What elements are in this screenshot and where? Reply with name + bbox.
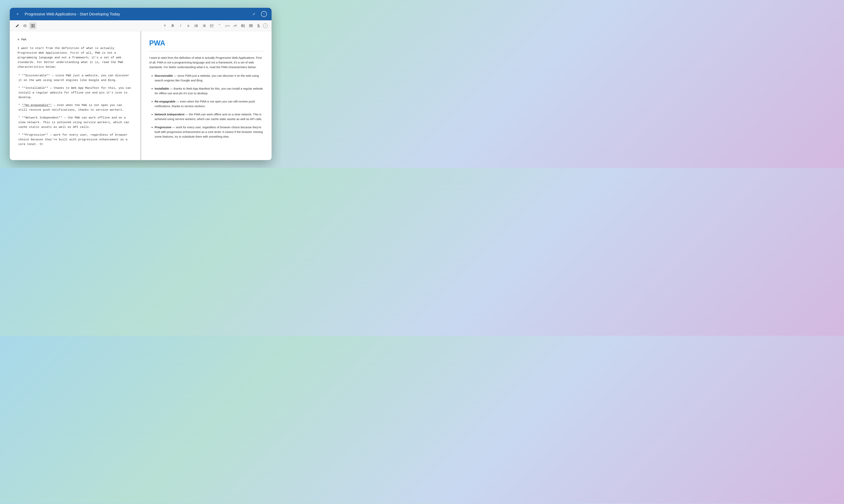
source-paragraph1: I want to start from the definition of w… [18,46,132,70]
code-button[interactable]: </> [224,22,231,29]
source-bullet4: * **Network Independent** — the PWA can … [18,115,132,130]
svg-rect-22 [249,24,253,27]
svg-rect-18 [211,25,213,26]
strikethrough-button[interactable]: S [185,22,192,29]
close-button[interactable]: × [15,11,21,17]
bold-button[interactable]: B [169,22,176,29]
svg-rect-19 [210,27,213,27]
svg-rect-5 [195,24,198,25]
svg-rect-11 [203,24,206,25]
svg-text:3.: 3. [202,26,203,27]
edit-mode-button[interactable] [14,22,21,29]
svg-rect-15 [203,26,206,27]
preview-paragraph1: I want to start from the definition of w… [149,55,264,70]
source-bullet5: * **Progressive** — work for every user,… [18,133,132,147]
numbered-list-button[interactable]: 1.2.3. [201,22,207,29]
preview-list: Discoverable — since PWA just a website,… [149,73,264,139]
svg-rect-2 [31,24,33,27]
toolbar: T B I S 1.2.3. " </> [10,20,272,31]
split-mode-button[interactable] [29,22,36,29]
source-heading: # PWA [18,37,132,42]
svg-point-4 [194,24,195,25]
list-item: Discoverable — since PWA just a website,… [155,73,264,83]
source-bullet1: * **Discoverable** — since PWA just a we… [18,73,132,83]
indent-button[interactable] [208,22,215,29]
markdown-source-panel[interactable]: # PWA I want to start from the definitio… [10,31,140,160]
svg-marker-17 [210,25,211,26]
svg-rect-9 [195,26,198,27]
svg-rect-3 [33,24,34,27]
main-content: # PWA I want to start from the definitio… [10,31,272,160]
bullet-list-button[interactable] [193,22,200,29]
app-window: × Progressive Web Applications - Start D… [10,8,272,160]
svg-rect-13 [203,25,206,26]
quote-button[interactable]: " [216,22,223,29]
window-title: Progressive Web Applications - Start Dev… [24,12,251,16]
preview-mode-button[interactable] [21,22,29,29]
svg-point-8 [194,26,195,27]
italic-button[interactable]: I [177,22,184,29]
info-button[interactable]: i [263,23,268,28]
table-button[interactable] [247,22,254,29]
list-item: Network Independent — the PWA can work o… [155,112,264,121]
svg-point-1 [24,25,25,26]
title-bar-actions: ✓ ⋮ [251,11,267,17]
source-bullet2: * **Installable** — thanks to Web App Ma… [18,86,132,100]
toolbar-left [14,22,36,29]
toolbar-right: T B I S 1.2.3. " </> [161,22,268,29]
svg-point-6 [194,25,195,26]
image-button[interactable] [240,22,246,29]
title-bar: × Progressive Web Applications - Start D… [10,8,272,20]
preview-panel[interactable]: PWA I want to start from the definition … [141,31,272,160]
attach-button[interactable] [255,22,262,29]
list-item: Installable — thanks to Web App Manifest… [155,86,264,96]
list-item: Progressive — work for every user, regar… [155,125,264,139]
source-bullet3: * **Re-engageable** — even when the PWA … [18,103,132,112]
svg-rect-7 [195,25,198,26]
preview-heading: PWA [149,37,264,52]
more-options-button[interactable]: ⋮ [261,11,267,17]
svg-rect-16 [210,24,213,25]
link-button[interactable] [232,22,239,29]
list-item: Re-engageable — even when the PWA is not… [155,99,264,109]
panel-divider[interactable] [140,31,141,160]
heading-button[interactable]: T [161,22,168,29]
check-button[interactable]: ✓ [251,11,257,17]
